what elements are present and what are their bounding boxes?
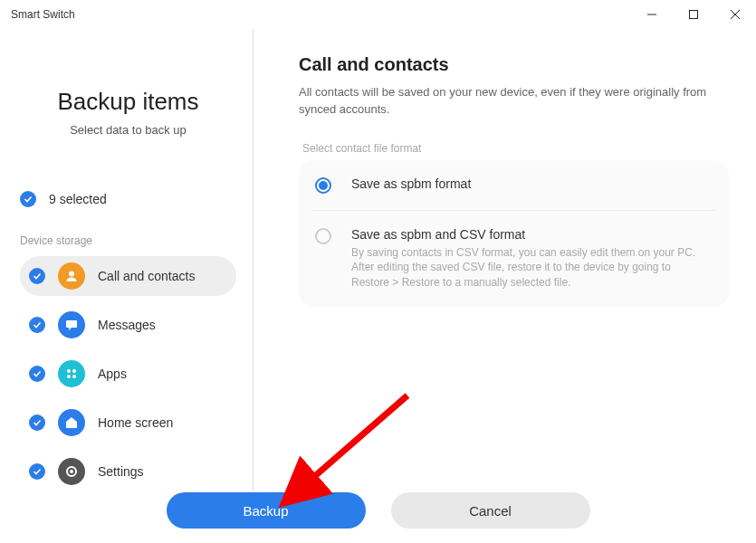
check-icon [29, 317, 45, 333]
sidebar-item-settings[interactable]: Settings [20, 452, 236, 491]
sidebar: Backup items Select data to back up 9 se… [0, 29, 254, 491]
settings-icon [58, 458, 85, 485]
option-description: By saving contacts in CSV format, you ca… [351, 245, 709, 291]
page-title: Backup items [20, 88, 236, 116]
format-options-box: Save as spbm format Save as spbm and CSV… [299, 160, 729, 307]
radio-icon [315, 177, 331, 194]
check-icon [29, 366, 45, 382]
cancel-button[interactable]: Cancel [391, 492, 590, 529]
contacts-icon [58, 262, 85, 290]
selected-count-row[interactable]: 9 selected [20, 191, 236, 207]
check-icon [29, 414, 45, 431]
window-title: Smart Switch [11, 8, 631, 21]
sidebar-item-label: Messages [98, 318, 156, 332]
svg-point-8 [72, 375, 76, 378]
main-title: Call and contacts [299, 54, 729, 75]
page-subtitle: Select data to back up [20, 123, 236, 137]
radio-icon [315, 228, 331, 244]
apps-icon [58, 360, 85, 387]
maximize-button[interactable] [673, 0, 714, 29]
sidebar-item-home-screen[interactable]: Home screen [20, 403, 236, 443]
close-button[interactable] [714, 0, 756, 29]
svg-point-6 [72, 369, 76, 373]
check-icon [29, 268, 45, 284]
content: Backup items Select data to back up 9 se… [0, 29, 756, 491]
backup-button[interactable]: Backup [167, 492, 366, 529]
titlebar: Smart Switch [0, 0, 756, 29]
format-option-spbm-csv[interactable]: Save as spbm and CSV format By saving co… [311, 210, 716, 307]
home-icon [58, 409, 85, 436]
footer: Backup Cancel [0, 492, 756, 529]
svg-point-10 [70, 470, 73, 473]
format-option-spbm[interactable]: Save as spbm format [311, 160, 716, 210]
selected-count-label: 9 selected [49, 192, 107, 206]
check-icon [20, 191, 36, 207]
sidebar-item-label: Settings [98, 464, 144, 479]
sidebar-item-messages[interactable]: Messages [20, 305, 236, 345]
sidebar-item-label: Call and contacts [98, 269, 195, 283]
check-icon [29, 463, 45, 480]
sidebar-item-apps[interactable]: Apps [20, 354, 236, 394]
main-description: All contacts will be saved on your new d… [299, 84, 715, 119]
sidebar-item-label: Apps [98, 367, 127, 381]
option-title: Save as spbm and CSV format [351, 227, 709, 242]
main-panel: Call and contacts All contacts will be s… [254, 29, 756, 491]
svg-point-5 [67, 369, 71, 373]
format-section-label: Select contact file format [302, 142, 729, 155]
svg-rect-1 [690, 11, 698, 19]
messages-icon [58, 311, 85, 338]
storage-section-label: Device storage [20, 234, 236, 247]
svg-point-7 [67, 375, 71, 378]
sidebar-item-label: Home screen [98, 415, 173, 430]
svg-point-4 [69, 272, 74, 277]
option-title: Save as spbm format [351, 176, 471, 191]
minimize-button[interactable] [631, 0, 673, 29]
sidebar-item-call-contacts[interactable]: Call and contacts [20, 256, 236, 296]
